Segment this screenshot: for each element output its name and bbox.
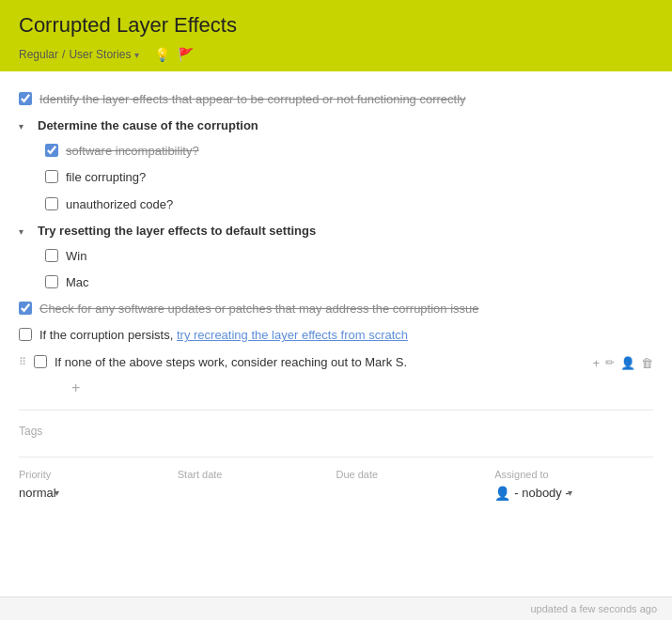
checkbox-input-item6[interactable] — [45, 275, 58, 288]
list-item: Mac — [19, 270, 653, 296]
item-text-item9: If none of the above steps work, conside… — [55, 354, 653, 371]
checkbox-input-item9[interactable] — [34, 355, 47, 368]
list-item: ⠿ If none of the above steps work, consi… — [19, 349, 653, 376]
checkbox-item6[interactable] — [45, 275, 58, 291]
priority-text: normal — [19, 486, 56, 500]
item-text-item1: Identify the layer effects that appear t… — [39, 91, 653, 108]
item-text-item3: file corrupting? — [66, 169, 653, 186]
item-text-item6: Mac — [66, 274, 653, 291]
section-header-2: ▾ Try resetting the layer effects to def… — [19, 218, 653, 243]
toolbar-icons: 💡 🚩 — [154, 47, 194, 62]
list-item: Check for any software updates or patche… — [19, 296, 653, 322]
start-date-label: Start date — [178, 469, 327, 480]
priority-dropdown-arrow-icon[interactable]: ▾ — [55, 488, 59, 498]
tags-label: Tags — [19, 425, 42, 438]
priority-value[interactable]: normal ▾ — [19, 486, 168, 500]
metadata-row: Priority normal ▾ Start date Due date — [19, 469, 653, 501]
lightbulb-icon[interactable]: 💡 — [154, 47, 170, 62]
priority-col: Priority normal ▾ — [19, 469, 178, 501]
list-item: unauthorized code? — [19, 192, 653, 218]
list-item: file corrupting? — [19, 164, 653, 191]
assigned-to-col: Assigned to 👤 - nobody - ▾ — [494, 469, 653, 501]
assigned-to-label: Assigned to — [494, 469, 644, 480]
assigned-dropdown-arrow-icon[interactable]: ▾ — [568, 488, 572, 498]
breadcrumb-regular: Regular — [19, 48, 58, 61]
list-item: software incompatibility? — [19, 138, 653, 164]
checkbox-item9[interactable] — [34, 355, 47, 371]
priority-label: Priority — [19, 469, 168, 480]
due-date-label: Due date — [336, 469, 486, 480]
add-item-row: + — [19, 376, 653, 400]
delete-row-icon[interactable]: 🗑 — [641, 355, 653, 369]
item-text-item4: unauthorized code? — [66, 196, 653, 213]
checkbox-input-item5[interactable] — [45, 249, 58, 262]
checkbox-input-item1[interactable] — [19, 92, 32, 105]
section-title-1: Determine the cause of the corruption — [38, 118, 258, 132]
assigned-person-icon: 👤 — [494, 486, 510, 501]
list-item: Win — [19, 243, 653, 270]
edit-row-icon[interactable]: ✏ — [605, 356, 615, 369]
assign-user-icon[interactable]: 👤 — [620, 355, 635, 369]
assigned-to-text: - nobody - — [514, 486, 570, 500]
metadata-section: Priority normal ▾ Start date Due date — [19, 457, 653, 512]
checkbox-input-item4[interactable] — [45, 197, 58, 210]
checkbox-item2[interactable] — [45, 144, 58, 160]
checkbox-item3[interactable] — [45, 170, 58, 186]
item-text-item7: Check for any software updates or patche… — [39, 301, 653, 318]
add-subitem-button[interactable]: + — [71, 380, 80, 396]
add-row-icon[interactable]: + — [592, 355, 600, 369]
item-text-item8: If the corruption persists, try recreati… — [39, 327, 653, 344]
tags-section: Tags — [19, 410, 653, 447]
section-header-1: ▾ Determine the cause of the corruption — [19, 113, 653, 138]
row-actions: + ✏ 👤 🗑 — [592, 355, 653, 369]
breadcrumb-separator: / — [62, 48, 65, 61]
assigned-to-value[interactable]: 👤 - nobody - ▾ — [494, 486, 644, 501]
checkbox-item1[interactable] — [19, 92, 32, 108]
checkbox-input-item8[interactable] — [19, 328, 32, 341]
item-text-item2: software incompatibility? — [66, 143, 653, 160]
item-text-item5: Win — [66, 248, 653, 265]
checkbox-input-item7[interactable] — [19, 302, 32, 315]
due-date-col: Due date — [336, 469, 495, 501]
list-item: If the corruption persists, try recreati… — [19, 322, 653, 349]
drag-handle-icon[interactable]: ⠿ — [19, 356, 26, 368]
checkbox-item8[interactable] — [19, 328, 32, 344]
checkbox-input-item2[interactable] — [45, 144, 58, 157]
status-bar: updated a few seconds ago — [0, 597, 672, 620]
checkbox-input-item3[interactable] — [45, 170, 58, 183]
list-item: Identify the layer effects that appear t… — [19, 86, 653, 113]
checkbox-item4[interactable] — [45, 197, 58, 213]
page-header: Corrupted Layer Effects Regular / User S… — [0, 0, 672, 71]
checkbox-item5[interactable] — [45, 249, 58, 265]
recreate-link[interactable]: try recreating the layer effects from sc… — [177, 328, 408, 342]
breadcrumb-user-stories: User Stories — [69, 48, 131, 61]
status-text: updated a few seconds ago — [530, 603, 657, 614]
checklist: Identify the layer effects that appear t… — [19, 86, 653, 400]
start-date-col: Start date — [178, 469, 336, 501]
checkbox-item7[interactable] — [19, 302, 32, 318]
main-content: Identify the layer effects that appear t… — [0, 71, 672, 512]
header-toolbar: Regular / User Stories ▾ 💡 🚩 — [19, 47, 653, 62]
collapse-toggle-section1[interactable]: ▾ — [19, 121, 32, 132]
breadcrumb[interactable]: Regular / User Stories ▾ — [19, 48, 139, 61]
page-title: Corrupted Layer Effects — [19, 13, 653, 38]
breadcrumb-chevron-icon[interactable]: ▾ — [134, 50, 139, 60]
collapse-toggle-section2[interactable]: ▾ — [19, 226, 32, 237]
flag-icon[interactable]: 🚩 — [178, 47, 194, 62]
section-title-2: Try resetting the layer effects to defau… — [38, 224, 316, 238]
